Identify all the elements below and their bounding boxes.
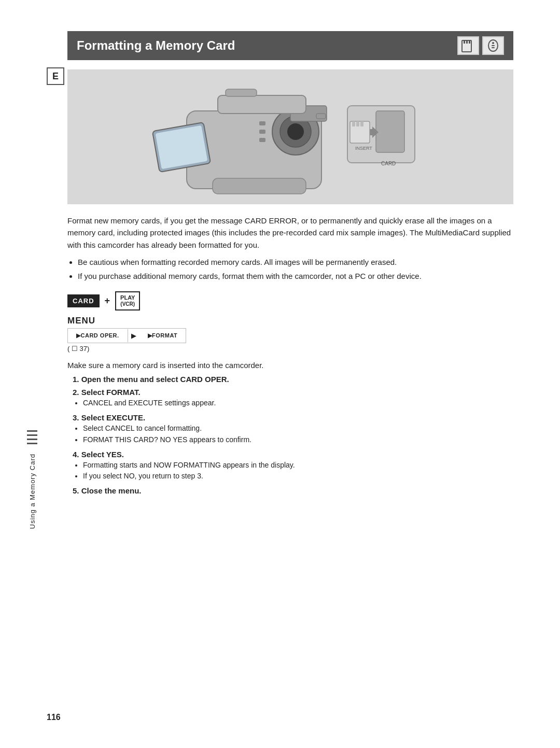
menu-ref: ( ☐ 37)	[67, 345, 513, 352]
svg-rect-16	[259, 121, 265, 125]
page: Formatting a Memory Card	[0, 0, 560, 748]
menu-arrow-icon: ▶	[128, 329, 139, 343]
svg-rect-19	[316, 114, 326, 119]
svg-rect-6	[492, 45, 495, 46]
step-4: 4. Select YES. Formatting starts and NOW…	[73, 450, 513, 482]
svg-rect-18	[259, 138, 265, 142]
step-4-title: 4. Select YES.	[73, 450, 513, 459]
make-sure-text: Make sure a memory card is inserted into…	[67, 361, 513, 370]
svg-rect-20	[218, 95, 306, 114]
step-2: 2. Select FORMAT. CANCEL and EXECUTE set…	[73, 388, 513, 409]
step-5: 5. Close the menu.	[73, 486, 513, 495]
remote-icon	[482, 36, 504, 55]
svg-point-5	[492, 42, 494, 44]
svg-rect-7	[492, 47, 495, 48]
e-badge: E	[47, 67, 64, 85]
svg-rect-2	[466, 40, 468, 44]
svg-rect-1	[464, 40, 465, 44]
svg-rect-15	[213, 178, 306, 194]
bullet-list: Be cautious when formatting recorded mem…	[78, 256, 513, 283]
stripe-2	[27, 434, 37, 436]
plus-sign: +	[105, 295, 110, 306]
svg-text:INSERT: INSERT	[355, 146, 372, 151]
step-1-title: 1. Open the menu and select CARD OPER.	[73, 375, 513, 384]
step-5-title: 5. Close the menu.	[73, 486, 513, 495]
page-title: Formatting a Memory Card	[77, 38, 235, 53]
menu-section: MENU ▶CARD OPER. ▶ ▶FORMAT ( ☐ 37)	[67, 316, 513, 352]
step-3-bullet-2: FORMAT THIS CARD? NO YES appears to conf…	[83, 434, 513, 446]
svg-rect-29	[360, 121, 363, 126]
svg-rect-27	[352, 121, 355, 126]
page-number: 116	[47, 713, 61, 722]
step-3-bullet-1: Select CANCEL to cancel formatting.	[83, 423, 513, 434]
svg-rect-21	[226, 89, 257, 96]
step-3-bullets: Select CANCEL to cancel formatting. FORM…	[83, 423, 513, 445]
side-stripes	[27, 430, 37, 444]
menu-label: MENU	[67, 316, 513, 326]
step-2-bullets: CANCEL and EXECUTE settings appear.	[83, 398, 513, 409]
bullet-item-1: Be cautious when formatting recorded mem…	[78, 256, 513, 268]
camcorder-image: CARD INSERT	[67, 69, 513, 204]
step-4-bullets: Formatting starts and NOW FORMATTING app…	[83, 460, 513, 482]
svg-rect-28	[356, 121, 359, 126]
svg-rect-17	[259, 130, 265, 134]
play-vcr-button: PLAY (VCR)	[115, 291, 140, 311]
step-4-bullet-2: If you select NO, you return to step 3.	[83, 471, 513, 482]
button-row: CARD + PLAY (VCR)	[67, 291, 513, 311]
step-2-bullet-1: CANCEL and EXECUTE settings appear.	[83, 398, 513, 409]
side-label-area: Using a Memory Card	[27, 430, 37, 529]
menu-item-2: ▶FORMAT	[139, 329, 186, 342]
bullet-item-2: If you purchase additional memory cards,…	[78, 270, 513, 282]
intro-text: Format new memory cards, if you get the …	[67, 215, 513, 251]
stripe-1	[27, 430, 37, 432]
title-bar: Formatting a Memory Card	[67, 31, 513, 60]
step-3-title: 3. Select EXECUTE.	[73, 413, 513, 422]
card-button: CARD	[67, 294, 100, 307]
step-3: 3. Select EXECUTE. Select CANCEL to canc…	[73, 413, 513, 445]
svg-text:CARD: CARD	[381, 161, 396, 166]
step-1: 1. Open the menu and select CARD OPER.	[73, 375, 513, 384]
step-2-title: 2. Select FORMAT.	[73, 388, 513, 397]
svg-rect-3	[469, 40, 470, 44]
svg-rect-23	[376, 111, 404, 152]
stripe-3	[27, 439, 37, 440]
stripe-4	[27, 443, 37, 444]
memory-card-icon	[457, 36, 479, 55]
title-icons	[457, 36, 504, 55]
side-label-text: Using a Memory Card	[29, 454, 36, 529]
steps-list: 1. Open the menu and select CARD OPER. 2…	[73, 375, 513, 495]
menu-item-1: ▶CARD OPER.	[68, 329, 128, 342]
step-4-bullet-1: Formatting starts and NOW FORMATTING app…	[83, 460, 513, 471]
svg-point-11	[287, 123, 304, 140]
menu-path: ▶CARD OPER. ▶ ▶FORMAT	[67, 328, 186, 343]
